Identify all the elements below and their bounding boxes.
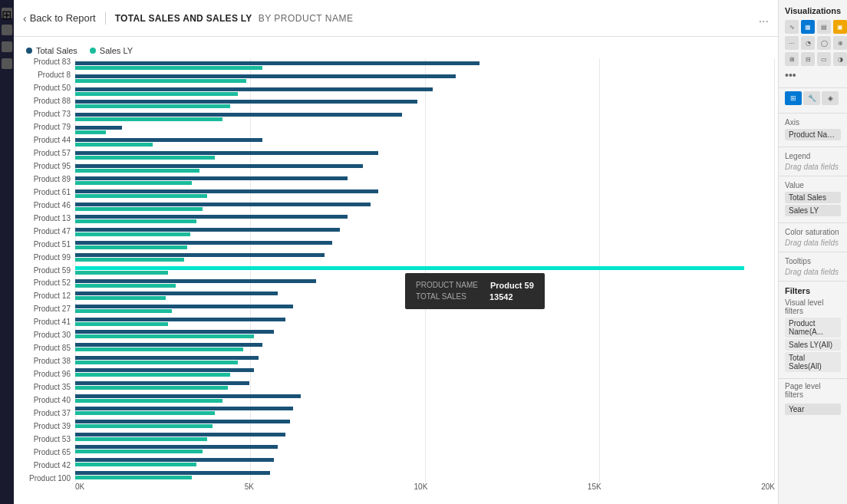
bar-row[interactable] xyxy=(75,213,775,226)
bar-row[interactable] xyxy=(75,175,775,187)
bar-total-sales xyxy=(75,74,456,78)
main-content: ‹ Back to Report TOTAL SALES AND SALES L… xyxy=(14,0,778,504)
bar-total-sales xyxy=(75,203,371,206)
bar-total-sales xyxy=(75,356,259,360)
y-label: Product 51 xyxy=(20,241,75,249)
sidebar-data-icon[interactable] xyxy=(2,41,12,52)
bar-sales-ly xyxy=(75,450,203,453)
tooltip-product-label: PRODUCT NAME xyxy=(416,281,478,290)
y-label: Product 100 xyxy=(20,475,75,483)
bar-sales-ly xyxy=(75,361,238,364)
bar-row[interactable] xyxy=(75,60,775,72)
bar-sales-ly xyxy=(75,463,196,466)
viz-table-icon[interactable]: ⊞ xyxy=(785,52,799,66)
bar-sales-ly xyxy=(75,156,215,160)
bar-row[interactable] xyxy=(75,162,775,174)
bar-sales-ly xyxy=(75,437,207,441)
bar-row[interactable] xyxy=(75,341,775,354)
viz-gauge-icon[interactable]: ◑ xyxy=(833,52,847,66)
year-filter[interactable]: Year xyxy=(785,404,841,415)
value-sales-ly[interactable]: Sales LY xyxy=(785,205,841,216)
filter-total-sales[interactable]: Total Sales(All) xyxy=(785,352,841,372)
bar-row[interactable] xyxy=(75,137,775,149)
bar-row[interactable] xyxy=(75,380,775,392)
y-label: Product 38 xyxy=(20,357,75,365)
bar-row[interactable] xyxy=(75,443,775,456)
legend-section: Legend Drag data fields xyxy=(779,147,847,176)
chart-container: Total Sales Sales LY Product 83Product 8… xyxy=(14,37,778,504)
bar-sales-ly xyxy=(75,476,192,479)
filter-sales-ly[interactable]: Sales LY(All) xyxy=(785,339,841,351)
bar-row[interactable] xyxy=(75,392,775,404)
bar-row[interactable] xyxy=(75,328,775,341)
viz-stacked-icon[interactable]: ▤ xyxy=(817,20,831,34)
filter-product-name[interactable]: Product Name(A... xyxy=(785,318,841,338)
bar-row[interactable] xyxy=(75,98,775,110)
bar-row[interactable] xyxy=(75,150,775,162)
viz-tab-format[interactable]: 🔧 xyxy=(803,91,820,105)
bar-row[interactable] xyxy=(75,430,775,443)
bar-row[interactable] xyxy=(75,354,775,366)
bar-row[interactable] xyxy=(75,124,775,136)
sidebar-home-icon[interactable]: ⊞ xyxy=(2,8,12,18)
bar-row[interactable] xyxy=(75,188,775,200)
visualizations-section: Visualizations ∿ ▦ ▤ ▣ ⋯ ◔ ◯ ⊕ ⊞ ⊟ ▭ ◑ •… xyxy=(779,0,847,88)
filters-section: Filters Visual level filters Product Nam… xyxy=(779,282,847,379)
bar-sales-ly xyxy=(75,399,222,403)
viz-matrix-icon[interactable]: ⊟ xyxy=(801,52,815,66)
bar-row[interactable] xyxy=(75,73,775,85)
viz-line-icon[interactable]: ∿ xyxy=(785,20,799,34)
viz-more-icon[interactable]: ••• xyxy=(785,69,841,81)
bar-row[interactable] xyxy=(75,85,775,97)
tooltip-product-value: Product 59 xyxy=(490,281,534,290)
back-button[interactable]: ‹ Back to Report xyxy=(23,12,106,25)
viz-tab-fields[interactable]: ⊞ xyxy=(785,91,802,105)
bar-row[interactable] xyxy=(75,200,775,212)
bar-sales-ly xyxy=(75,296,166,300)
bar-row[interactable] xyxy=(75,315,775,328)
bar-row[interactable] xyxy=(75,226,775,239)
bar-total-sales xyxy=(75,381,249,385)
bar-row[interactable] xyxy=(75,239,775,251)
value-total-sales[interactable]: Total Sales xyxy=(785,192,841,203)
y-label: Product 40 xyxy=(20,397,75,404)
bar-row[interactable] xyxy=(75,367,775,379)
more-options-icon[interactable]: ... xyxy=(759,12,769,25)
bar-total-sales xyxy=(75,126,122,130)
viz-area-icon[interactable]: ▣ xyxy=(833,20,847,34)
viz-map-icon[interactable]: ⊕ xyxy=(833,36,847,50)
bar-sales-ly xyxy=(75,169,199,173)
viz-tab-analytics[interactable]: ◈ xyxy=(822,91,839,105)
bar-total-sales xyxy=(75,138,262,142)
sidebar-report-icon[interactable] xyxy=(2,25,12,35)
bar-row[interactable] xyxy=(75,456,775,469)
bar-total-sales xyxy=(75,151,378,155)
bar-total-sales xyxy=(75,292,278,295)
viz-card-icon[interactable]: ▭ xyxy=(817,52,831,66)
bar-total-sales xyxy=(75,305,293,308)
sidebar-model-icon[interactable] xyxy=(2,58,12,69)
bar-row[interactable] xyxy=(75,469,775,482)
axis-section: Axis Product Name xyxy=(779,114,847,147)
bar-row[interactable] xyxy=(75,252,775,264)
viz-scatter-icon[interactable]: ⋯ xyxy=(785,36,799,50)
viz-tabs: ⊞ 🔧 ◈ xyxy=(785,91,841,105)
axis-value[interactable]: Product Name xyxy=(785,129,841,140)
bar-total-sales xyxy=(75,113,402,117)
chart-plot[interactable]: 0K5K10K15K20K PRODUCT NAME Product 59 TO… xyxy=(75,58,775,498)
y-label: Product 95 xyxy=(20,163,75,170)
bar-row[interactable] xyxy=(75,405,775,417)
bar-total-sales xyxy=(75,176,348,180)
bar-total-sales xyxy=(75,61,480,65)
legend-sales-ly: Sales LY xyxy=(90,46,133,55)
bar-row[interactable] xyxy=(75,418,775,430)
viz-donut-icon[interactable]: ◯ xyxy=(817,36,831,50)
y-label: Product 83 xyxy=(20,58,75,66)
bar-row[interactable] xyxy=(75,111,775,124)
bar-total-sales xyxy=(75,279,316,283)
page-title: TOTAL SALES AND SALES LY xyxy=(115,13,252,24)
viz-bar-icon[interactable]: ▦ xyxy=(801,20,815,34)
viz-pie-icon[interactable]: ◔ xyxy=(801,36,815,50)
color-saturation-placeholder: Drag data fields xyxy=(785,239,841,247)
bar-sales-ly xyxy=(75,258,184,262)
